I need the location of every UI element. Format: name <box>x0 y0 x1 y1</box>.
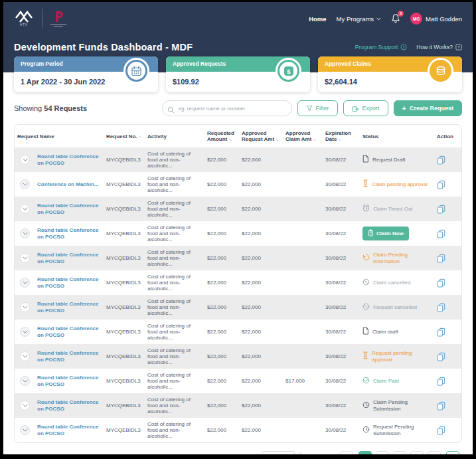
hourglass-icon <box>362 179 368 189</box>
page-ellipsis[interactable]: ... <box>393 451 406 454</box>
sort-icon[interactable]: ↑↓ <box>139 135 141 139</box>
copy-request-button[interactable] <box>437 205 445 214</box>
activity-cell: Cost of catering of food and non-alcohol… <box>145 172 204 197</box>
request-name-link[interactable]: Round table Conference on POCSO <box>37 227 101 240</box>
expand-row-button[interactable] <box>20 278 30 288</box>
copy-request-button[interactable] <box>437 401 445 411</box>
copy-request-button[interactable] <box>437 180 445 189</box>
copy-request-button[interactable] <box>437 155 445 165</box>
filter-button[interactable]: Filter <box>297 100 338 116</box>
notifications-button[interactable]: 3 <box>391 13 400 25</box>
calendar-icon <box>125 60 147 82</box>
request-name-link[interactable]: Round table Conference on POCSO <box>37 350 101 363</box>
approved-claim-cell <box>283 221 323 246</box>
column-header[interactable]: Expiration Date↑↓ <box>323 125 360 147</box>
next-page-button[interactable] <box>446 451 459 454</box>
summary-card: Approved Claims$2,604.14 <box>318 56 462 92</box>
copy-request-button[interactable] <box>437 327 445 337</box>
showing-prefix: Showing <box>14 104 42 112</box>
sort-icon[interactable]: ↑↓ <box>313 138 315 141</box>
expand-row-button[interactable] <box>20 155 30 165</box>
page-button-1[interactable]: 1 <box>358 451 372 454</box>
expand-row-button[interactable] <box>20 204 30 214</box>
how-it-works-link[interactable]: How it Works? ? <box>416 44 462 50</box>
create-request-button[interactable]: + Create Request <box>394 100 462 116</box>
approved-request-cell: $22,000 <box>239 172 283 197</box>
copy-request-button[interactable] <box>437 254 445 263</box>
column-header[interactable]: Request No.↑↓ <box>104 125 145 147</box>
expand-row-button[interactable] <box>20 302 30 312</box>
sort-icon[interactable]: ↑↓ <box>338 138 341 141</box>
expand-row-button[interactable] <box>20 401 30 411</box>
copy-request-button[interactable] <box>437 278 445 288</box>
expand-cell <box>15 369 35 393</box>
page-button-9[interactable]: 9 <box>410 451 424 454</box>
request-name-link[interactable]: Conference on Machin... <box>37 181 98 188</box>
status-badge: Request Pending Submission <box>362 424 432 436</box>
action-cell <box>434 344 462 369</box>
table-row: Round table Conference on POCSOMYCQEBIDL… <box>15 147 462 172</box>
check-icon <box>362 377 370 385</box>
notification-badge: 3 <box>398 11 404 17</box>
copy-request-button[interactable] <box>437 229 445 238</box>
request-no-cell: MYCQEBIDL3 <box>104 270 145 295</box>
expand-row-button[interactable] <box>20 327 30 337</box>
page-button-10[interactable]: 10 <box>428 451 441 454</box>
request-name-link[interactable]: Round table Conference on POCSO <box>37 252 101 265</box>
brand-logo[interactable]: HTV <box>14 11 34 27</box>
expand-row-button[interactable] <box>20 179 30 189</box>
request-name-link[interactable]: Round table Conference on POCSO <box>37 399 101 413</box>
column-header[interactable]: Requested Amount↑↓ <box>204 125 239 147</box>
request-name-link[interactable]: Round table Conference on POCSO <box>37 375 101 388</box>
sort-icon[interactable]: ↑↓ <box>276 138 278 141</box>
expand-row-button[interactable] <box>20 351 30 361</box>
sort-icon[interactable]: ↑↓ <box>228 138 231 141</box>
column-header[interactable]: Approved Request Amt↑↓ <box>239 125 283 147</box>
page-button-2[interactable]: 2 <box>376 451 389 454</box>
action-cell <box>434 172 462 197</box>
summary-cards: Program Period1 Apr 2022 - 30 Jun 2022Ap… <box>3 56 473 92</box>
search-input[interactable] <box>162 100 292 116</box>
nav-my-programs[interactable]: My Programs <box>337 15 381 23</box>
status-label: Claim cancelled <box>373 280 410 286</box>
approved-claim-cell <box>283 320 323 344</box>
activity-cell: Cost of catering of food and non-alcohol… <box>145 147 204 172</box>
request-name-link[interactable]: Round table Conference on POCSO <box>37 325 101 339</box>
page-size-select[interactable]: 10 <box>262 451 295 454</box>
request-name-link[interactable]: Round table Conference on POCSO <box>37 301 101 314</box>
user-menu[interactable]: MG Matt Godden <box>410 13 462 25</box>
copy-request-button[interactable] <box>437 303 445 312</box>
expand-row-button[interactable] <box>20 229 30 238</box>
status-cell: Claim Pending Information <box>360 246 434 270</box>
request-no-cell: MYCQEBIDL3 <box>104 172 145 197</box>
request-name-link[interactable]: Round table Conference on POCSO <box>37 424 101 437</box>
requested-cell: $22,000 <box>204 418 239 442</box>
expiration-cell: 30/08/22 <box>323 320 360 344</box>
action-cell <box>434 320 462 344</box>
partner-logo[interactable] <box>50 11 66 27</box>
nav-home[interactable]: Home <box>309 15 326 23</box>
column-label: Request No. <box>106 134 137 139</box>
column-header[interactable]: Approved Claim Amt↑↓ <box>283 125 323 147</box>
toolbar: Showing 54 Requests Filter Export + Crea… <box>3 92 473 123</box>
doc-icon <box>362 155 369 164</box>
expand-row-button[interactable] <box>20 253 30 263</box>
coins-icon <box>430 60 451 82</box>
program-support-link[interactable]: Program Support ? <box>355 44 408 50</box>
copy-request-button[interactable] <box>437 377 445 386</box>
export-button[interactable]: Export <box>343 100 388 116</box>
claim-now-button[interactable]: Claim Now <box>362 227 409 240</box>
table-row: Round table Conference on POCSOMYCQEBIDL… <box>15 197 462 221</box>
request-name-link[interactable]: Round table Conference on POCSO <box>37 203 101 216</box>
request-name-cell: Round table Conference on POCSO <box>35 418 104 442</box>
request-name-link[interactable]: Round table Conference on POCSO <box>37 153 101 167</box>
copy-request-button[interactable] <box>437 426 445 435</box>
column-header: Status <box>360 125 434 147</box>
request-name-cell: Round table Conference on POCSO <box>35 197 104 221</box>
expand-row-button[interactable] <box>20 425 30 435</box>
request-name-link[interactable]: Round table Conference on POCSO <box>37 276 101 290</box>
prev-page-button[interactable] <box>340 451 353 454</box>
status-badge: Claim pending approval <box>362 179 432 189</box>
copy-request-button[interactable] <box>437 352 445 361</box>
expand-row-button[interactable] <box>20 376 30 386</box>
